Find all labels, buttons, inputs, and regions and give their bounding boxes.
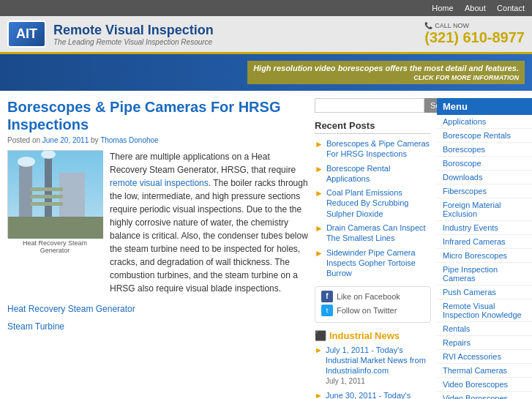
twitter-link[interactable]: Follow on Twitter	[337, 306, 397, 315]
menu-item: Borescopes	[437, 143, 532, 157]
rss-icon: ⬛	[315, 330, 326, 341]
article-text: There are multiple applications on a Hea…	[110, 150, 309, 295]
facebook-item: f Like on Facebook	[321, 291, 424, 302]
recent-post-item: ►Borescopes & Pipe Cameras For HRSG Insp…	[315, 138, 431, 160]
menu-item-link[interactable]: Pipe Inspection Cameras	[437, 263, 532, 285]
ind-item-text: July 1, 2011 - Today's Industrial Market…	[326, 345, 431, 387]
site-title-area: Remote Visual Inspection The Leading Rem…	[53, 23, 214, 46]
post-icon: ►	[315, 248, 323, 258]
recent-posts-title: Recent Posts	[315, 120, 431, 134]
menu-item: Video Boroscopes	[437, 392, 532, 399]
menu-item-link[interactable]: Thermal Cameras	[437, 364, 532, 377]
nav-about[interactable]: About	[465, 4, 486, 12]
banner-text: High resolution video borescopes offers …	[247, 61, 525, 84]
menu-item-link[interactable]: RVI Accessories	[437, 350, 532, 363]
rvi-link[interactable]: remote visual inspections	[110, 178, 209, 188]
menu-item-link[interactable]: Applications	[437, 115, 532, 128]
menu-item: Push Cameras	[437, 286, 532, 299]
hrsg-link[interactable]: Heat Recovery Steam Generator	[7, 302, 309, 316]
article-image	[7, 150, 102, 238]
steam-turbine-link[interactable]: Steam Turbine	[7, 320, 309, 333]
banner[interactable]: High resolution video borescopes offers …	[0, 54, 532, 91]
site-subtitle: The Leading Remote Visual Inspection Res…	[53, 38, 214, 46]
menu-item-link[interactable]: Industry Events	[437, 221, 532, 234]
menu-item-link[interactable]: Remote Visual Inspection Knowledge	[437, 299, 532, 321]
menu-item: Remote Visual Inspection Knowledge	[437, 299, 532, 322]
menu-item: Fiberscopes	[437, 184, 532, 198]
recent-post-item: ►Drain Cameras Can Inspect The Smallest …	[315, 223, 431, 244]
industrial-news-list: ►July 1, 2011 - Today's Industrial Marke…	[315, 345, 431, 399]
menu-item-link[interactable]: Push Cameras	[437, 286, 532, 299]
menu-item-link[interactable]: Foreign Material Exclusion	[437, 198, 532, 220]
svg-rect-6	[30, 195, 63, 198]
menu-item-link[interactable]: Borescope Rentals	[437, 129, 532, 142]
recent-post-item: ►Sidewinder Pipe Camera Inspects Gopher …	[315, 247, 431, 279]
author-link[interactable]: Thomas Donohoe	[100, 136, 159, 144]
main-layout: Borescopes & Pipe Cameras For HRSG Inspe…	[0, 91, 532, 399]
menu-item: Industry Events	[437, 221, 532, 235]
menu-list: ApplicationsBorescope RentalsBorescopesB…	[437, 115, 532, 399]
site-title: Remote Visual Inspection	[53, 23, 214, 38]
menu-item-link[interactable]: Boroscope	[437, 157, 532, 170]
recent-post-link[interactable]: Coal Plant Emissions Reduced By Scrubbin…	[326, 187, 431, 219]
menu-item: Infrared Cameras	[437, 235, 532, 249]
ind-date: July 1, 2011	[326, 377, 365, 385]
menu-item: Pipe Inspection Cameras	[437, 263, 532, 286]
recent-post-item: ►Coal Plant Emissions Reduced By Scrubbi…	[315, 187, 431, 219]
menu-item-link[interactable]: Video Borescopes	[437, 378, 532, 391]
right-sidebar: Menu ApplicationsBorescope RentalsBoresc…	[437, 91, 532, 399]
menu-item: Rentals	[437, 322, 532, 336]
search-box: Search	[315, 98, 431, 113]
recent-posts: Recent Posts ►Borescopes & Pipe Cameras …	[315, 120, 431, 279]
recent-post-link[interactable]: Borescope Rental Applications	[326, 163, 431, 184]
menu-title: Menu	[437, 98, 532, 115]
menu-item: Thermal Cameras	[437, 364, 532, 378]
nav-bar: Home About Contact	[0, 0, 532, 16]
post-icon: ►	[315, 223, 323, 234]
article-title: Borescopes & Pipe Cameras For HRSG Inspe…	[7, 98, 309, 133]
search-input[interactable]	[315, 98, 424, 113]
svg-rect-7	[30, 202, 63, 206]
industrial-news: ⬛ Industrial News ►July 1, 2011 - Today'…	[315, 330, 431, 399]
facebook-link[interactable]: Like on Facebook	[337, 292, 400, 301]
menu-item: Borescope Rentals	[437, 129, 532, 143]
post-icon: ►	[315, 188, 323, 198]
menu-item-link[interactable]: Borescopes	[437, 143, 532, 156]
menu-item-link[interactable]: Downloads	[437, 171, 532, 184]
mid-sidebar: Search Recent Posts ►Borescopes & Pipe C…	[309, 91, 437, 399]
main-content: Borescopes & Pipe Cameras For HRSG Inspe…	[0, 91, 309, 399]
facebook-icon: f	[321, 291, 333, 302]
post-date-link[interactable]: June 20, 2011	[42, 136, 89, 144]
ind-item-icon: ►	[315, 346, 323, 354]
menu-item-link[interactable]: Fiberscopes	[437, 184, 532, 198]
industrial-news-title: ⬛ Industrial News	[315, 330, 431, 341]
menu-item-link[interactable]: Micro Borescopes	[437, 249, 532, 262]
recent-post-link[interactable]: Sidewinder Pipe Camera Inspects Gopher T…	[326, 247, 431, 279]
menu-item-link[interactable]: Rentals	[437, 322, 532, 335]
recent-post-link[interactable]: Drain Cameras Can Inspect The Smallest L…	[326, 223, 431, 244]
ind-news-item: ►June 30, 2011 - Today's Industrial Mark…	[315, 390, 431, 399]
menu-item-link[interactable]: Repairs	[437, 336, 532, 349]
ind-news-link[interactable]: July 1, 2011 - Today's Industrial Market…	[326, 346, 426, 376]
svg-rect-4	[59, 173, 85, 217]
ind-news-link[interactable]: June 30, 2011 - Today's Industrial Marke…	[326, 391, 426, 399]
menu-item-link[interactable]: Infrared Cameras	[437, 235, 532, 248]
phone-number[interactable]: (321) 610-8977	[424, 29, 525, 46]
post-icon: ►	[315, 139, 323, 149]
nav-home[interactable]: Home	[432, 4, 453, 12]
menu-section: Menu ApplicationsBorescope RentalsBoresc…	[437, 98, 532, 399]
twitter-icon: t	[321, 305, 333, 316]
svg-rect-1	[8, 217, 103, 239]
logo-area: AIT Remote Visual Inspection The Leading…	[7, 20, 214, 48]
article-image-wrap: Heat Recovery Steam Generator	[7, 150, 102, 295]
ind-item-icon: ►	[315, 391, 323, 399]
menu-item-link[interactable]: Video Boroscopes	[437, 392, 532, 399]
site-header: AIT Remote Visual Inspection The Leading…	[0, 16, 532, 54]
recent-post-link[interactable]: Borescopes & Pipe Cameras For HRSG Inspe…	[326, 138, 431, 160]
menu-item: Applications	[437, 115, 532, 129]
nav-contact[interactable]: Contact	[497, 4, 525, 12]
svg-point-8	[18, 157, 35, 167]
social-box: f Like on Facebook t Follow on Twitter	[315, 286, 431, 323]
menu-item: Downloads	[437, 171, 532, 184]
svg-rect-5	[30, 187, 63, 191]
